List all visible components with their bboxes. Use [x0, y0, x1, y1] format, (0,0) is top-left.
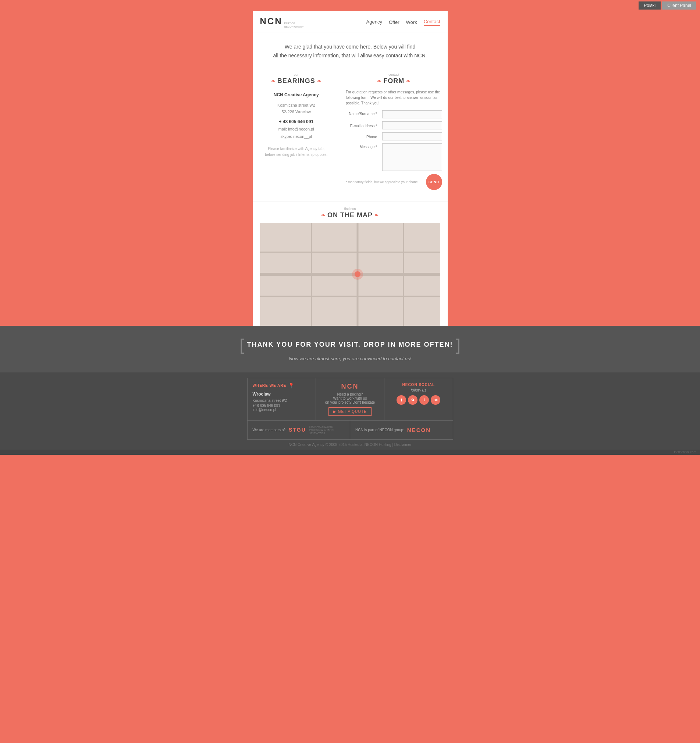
form-intro: For quotation requests or other messages… — [346, 89, 442, 106]
nav-contact[interactable]: Contact — [424, 19, 440, 26]
send-button[interactable]: SEND — [426, 174, 442, 190]
left-bracket: [ — [239, 337, 244, 353]
facebook-icon[interactable]: f — [396, 395, 406, 405]
nav-work[interactable]: Work — [406, 19, 417, 25]
svg-point-9 — [352, 269, 363, 280]
email-label: E-mail address * — [346, 123, 377, 128]
footer-members: We are members of: STGU STOWARZYSZENIE T… — [248, 420, 350, 439]
stgu-logo: STGU — [289, 427, 306, 433]
bearings-header: our ❧ BEARINGS ❧ — [258, 73, 335, 85]
email-row: E-mail address * — [346, 121, 442, 129]
form-leaf-right: ❧ — [406, 78, 411, 84]
stgu-full-text: STOWARZYSZENIE TWÓRCÓW GRAFIKI UŻYTKOWEJ — [309, 425, 334, 435]
name-label: Name/Surname * — [346, 110, 377, 116]
map-small-label: find ncn — [260, 207, 440, 211]
banner-text: THANK YOU FOR YOUR VISIT. DROP IN MORE O… — [247, 340, 453, 349]
behance-icon[interactable]: Be — [431, 395, 440, 405]
form-header: contact ❧ FORM ❧ — [346, 73, 442, 85]
name-input[interactable] — [382, 110, 442, 118]
leaf-left-icon: ❧ — [271, 78, 276, 84]
message-input[interactable] — [382, 144, 442, 171]
footer-social: NECON SOCIAL follow us f ✿ t Be — [384, 378, 452, 420]
instagram-icon[interactable]: ✿ — [408, 395, 418, 405]
leaf-right-icon: ❧ — [317, 78, 322, 84]
form-small-label: contact — [346, 73, 442, 77]
logo-area: NCN PART OF NECON GROUP — [260, 16, 304, 28]
social-icons-row: f ✿ t Be — [390, 395, 447, 405]
message-label: Message * — [346, 144, 377, 149]
quote-line2: Want to work with us — [321, 396, 379, 400]
client-panel-button[interactable]: Client Panel — [662, 1, 696, 10]
message-row: Message * — [346, 144, 442, 171]
members-text: We are members of: — [253, 428, 286, 432]
quote-line3: on your project? Don't hesitate — [321, 400, 379, 404]
footer-phone: +48 605 646 091 — [253, 404, 310, 408]
footer-where-title: WHERE WE ARE — [253, 383, 286, 388]
bearings-small-label: our — [258, 73, 335, 77]
footer-address: Kosmiczna street 9/2 — [253, 398, 310, 404]
bearings-title: BEARINGS — [277, 77, 315, 85]
follow-us-label: follow us — [390, 388, 447, 392]
map-leaf-right: ❧ — [374, 213, 379, 218]
location-icon: 📍 — [288, 383, 294, 389]
phone-input[interactable] — [382, 132, 442, 141]
footer-grid: WHERE WE ARE 📍 Wroclaw Kosmiczna street … — [0, 372, 700, 455]
hero-line2: all the necessary information, that will… — [264, 52, 437, 60]
map-title: ON THE MAP — [328, 212, 372, 219]
hero-line1: We are glad that you have come here. Bel… — [264, 43, 437, 52]
footer-where: WHERE WE ARE 📍 Wroclaw Kosmiczna street … — [248, 378, 316, 420]
bearings-notice: Please familiarize with Agency tab, befo… — [258, 146, 335, 158]
phone-row: Phone — [346, 132, 442, 141]
doooor-badge: DOOOOR.com — [0, 450, 700, 455]
mandatory-note: * mandatory fields, but we appreciate yo… — [346, 180, 418, 184]
form-title: FORM — [383, 77, 404, 85]
name-row: Name/Surname * — [346, 110, 442, 118]
contact-form: Name/Surname * E-mail address * Phone Me… — [346, 110, 442, 190]
nav-agency[interactable]: Agency — [366, 19, 382, 25]
form-leaf-left: ❧ — [377, 78, 381, 84]
email-input[interactable] — [382, 121, 442, 129]
footer-banner: [ THANK YOU FOR YOUR VISIT. DROP IN MORE… — [0, 326, 700, 372]
banner-subtext: Now we are almost sure, you are convince… — [7, 356, 693, 361]
footer-copy: NCN Creative Agency © 2008-2015 Hosted a… — [0, 440, 700, 450]
necon-logo: NECON — [407, 427, 431, 433]
logo-subtitle: PART OF NECON GROUP — [284, 22, 304, 28]
footer-email: info@necon.pl — [253, 408, 310, 412]
phone: + 48 605 646 091 — [258, 119, 335, 124]
footer-necon: NCN is part of NECON group: NECON — [350, 420, 453, 439]
twitter-icon[interactable]: t — [419, 395, 429, 405]
footer-city: Wroclaw — [253, 392, 310, 397]
address: Kosmiczna street 9/2 52-226 Wroclaw — [258, 102, 335, 115]
right-bracket: ] — [456, 337, 461, 353]
phone-label: Phone — [346, 133, 377, 139]
nav-offer[interactable]: Offer — [389, 19, 399, 25]
map-leaf-left: ❧ — [321, 213, 326, 218]
quote-line1: Need a pricing? — [321, 392, 379, 396]
contact-details: mail: info@necon.pl skype: necon__pl — [258, 126, 335, 141]
polski-button[interactable]: Polski — [639, 1, 661, 10]
logo-ncn: NCN — [260, 16, 282, 27]
footer-quote: NCN Need a pricing? Want to work with us… — [316, 378, 384, 420]
get-quote-button[interactable]: ▶ GET A QUOTE — [328, 407, 372, 416]
footer-ncn-logo: NCN — [321, 383, 379, 391]
map-placeholder — [260, 223, 440, 326]
social-title: NECON SOCIAL — [390, 383, 447, 387]
nav-links: Agency Offer Work Contact — [366, 19, 440, 26]
map-header: find ncn ❧ ON THE MAP ❧ — [260, 207, 440, 219]
necon-part-text: NCN is part of NECON group: — [355, 428, 404, 432]
company-name: NCN Creative Agency — [258, 92, 335, 98]
